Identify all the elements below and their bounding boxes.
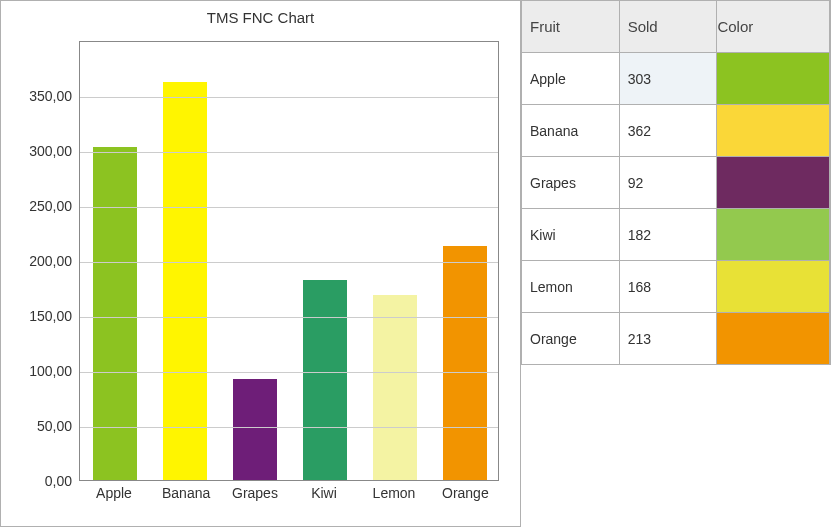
chart-panel: TMS FNC Chart 0,0050,00100,00150,00200,0… (0, 0, 521, 527)
gridline (80, 372, 498, 373)
cell-sold[interactable]: 168 (619, 261, 717, 313)
x-tick-label: Kiwi (302, 485, 346, 501)
y-tick-label: 250,00 (12, 198, 72, 214)
x-tick-label: Lemon (372, 485, 416, 501)
cell-color[interactable] (717, 105, 830, 157)
cell-fruit[interactable]: Kiwi (522, 209, 620, 261)
bar-apple[interactable] (93, 147, 137, 480)
table-row[interactable]: Orange213 (522, 313, 831, 365)
y-tick-label: 350,00 (12, 88, 72, 104)
color-swatch (717, 157, 829, 208)
y-tick-label: 0,00 (12, 473, 72, 489)
table-row[interactable]: Banana362 (522, 105, 831, 157)
cell-fruit[interactable]: Lemon (522, 261, 620, 313)
bar-lemon[interactable] (373, 295, 417, 480)
y-tick-label: 100,00 (12, 363, 72, 379)
header-fruit[interactable]: Fruit (522, 1, 620, 53)
table-row[interactable]: Grapes92 (522, 157, 831, 209)
table-panel: Fruit Sold Color Apple303Banana362Grapes… (521, 0, 831, 527)
color-swatch (717, 313, 829, 364)
header-color[interactable]: Color (717, 1, 830, 53)
cell-fruit[interactable]: Apple (522, 53, 620, 105)
cell-fruit[interactable]: Orange (522, 313, 620, 365)
bar-kiwi[interactable] (303, 280, 347, 480)
cell-fruit[interactable]: Grapes (522, 157, 620, 209)
table-row[interactable]: Apple303 (522, 53, 831, 105)
cell-sold[interactable]: 182 (619, 209, 717, 261)
cell-color[interactable] (717, 53, 830, 105)
cell-sold[interactable]: 362 (619, 105, 717, 157)
bar-grapes[interactable] (233, 379, 277, 480)
y-tick-label: 150,00 (12, 308, 72, 324)
color-swatch (717, 261, 829, 312)
x-tick-label: Orange (442, 485, 486, 501)
gridline (80, 97, 498, 98)
cell-color[interactable] (717, 157, 830, 209)
gridline (80, 317, 498, 318)
table-header-row: Fruit Sold Color (522, 1, 831, 53)
table-row[interactable]: Lemon168 (522, 261, 831, 313)
data-table[interactable]: Fruit Sold Color Apple303Banana362Grapes… (521, 0, 831, 365)
chart-title: TMS FNC Chart (1, 1, 520, 32)
cell-sold[interactable]: 92 (619, 157, 717, 209)
cell-sold[interactable]: 303 (619, 53, 717, 105)
cell-color[interactable] (717, 209, 830, 261)
color-swatch (717, 105, 829, 156)
y-tick-label: 200,00 (12, 253, 72, 269)
color-swatch (717, 53, 829, 104)
x-tick-label: Banana (162, 485, 206, 501)
y-tick-label: 300,00 (12, 143, 72, 159)
bar-orange[interactable] (443, 246, 487, 480)
x-tick-label: Apple (92, 485, 136, 501)
plot-area (79, 41, 499, 481)
gridline (80, 262, 498, 263)
color-swatch (717, 209, 829, 260)
cell-color[interactable] (717, 261, 830, 313)
header-sold[interactable]: Sold (619, 1, 717, 53)
cell-fruit[interactable]: Banana (522, 105, 620, 157)
y-tick-label: 50,00 (12, 418, 72, 434)
cell-sold[interactable]: 213 (619, 313, 717, 365)
bars-container (80, 42, 498, 480)
x-tick-label: Grapes (232, 485, 276, 501)
gridline (80, 152, 498, 153)
table-body: Apple303Banana362Grapes92Kiwi182Lemon168… (522, 53, 831, 365)
gridline (80, 207, 498, 208)
table-row[interactable]: Kiwi182 (522, 209, 831, 261)
cell-color[interactable] (717, 313, 830, 365)
gridline (80, 427, 498, 428)
bar-banana[interactable] (163, 82, 207, 480)
